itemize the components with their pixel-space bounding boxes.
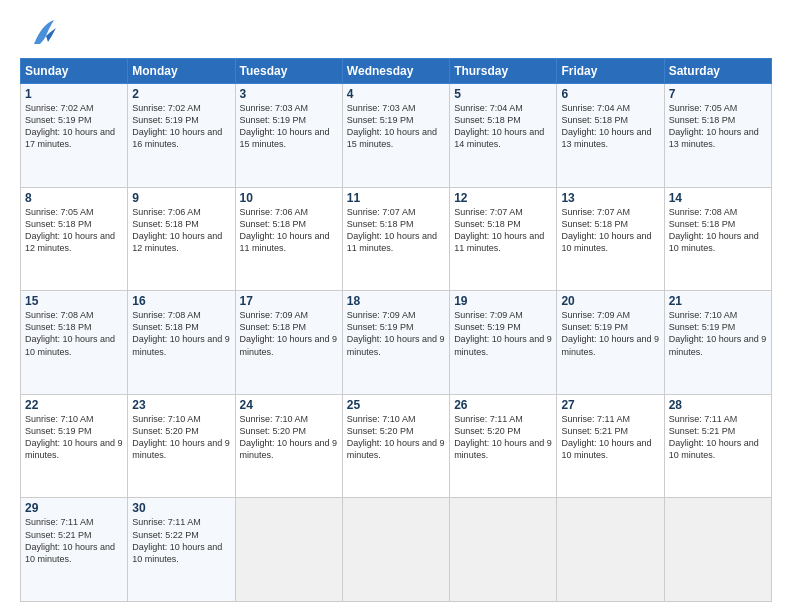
day-number: 24 [240, 398, 338, 412]
table-row: 3 Sunrise: 7:03 AM Sunset: 5:19 PM Dayli… [235, 84, 342, 188]
day-number: 26 [454, 398, 552, 412]
day-detail: Sunrise: 7:04 AM Sunset: 5:18 PM Dayligh… [454, 102, 552, 151]
day-detail: Sunrise: 7:08 AM Sunset: 5:18 PM Dayligh… [669, 206, 767, 255]
day-detail: Sunrise: 7:07 AM Sunset: 5:18 PM Dayligh… [454, 206, 552, 255]
day-detail: Sunrise: 7:11 AM Sunset: 5:22 PM Dayligh… [132, 516, 230, 565]
day-number: 19 [454, 294, 552, 308]
day-number: 30 [132, 501, 230, 515]
day-number: 1 [25, 87, 123, 101]
table-row [342, 498, 449, 602]
table-row: 1 Sunrise: 7:02 AM Sunset: 5:19 PM Dayli… [21, 84, 128, 188]
day-detail: Sunrise: 7:11 AM Sunset: 5:21 PM Dayligh… [25, 516, 123, 565]
day-number: 23 [132, 398, 230, 412]
table-row: 18 Sunrise: 7:09 AM Sunset: 5:19 PM Dayl… [342, 291, 449, 395]
table-row: 25 Sunrise: 7:10 AM Sunset: 5:20 PM Dayl… [342, 394, 449, 498]
table-row: 17 Sunrise: 7:09 AM Sunset: 5:18 PM Dayl… [235, 291, 342, 395]
table-row: 20 Sunrise: 7:09 AM Sunset: 5:19 PM Dayl… [557, 291, 664, 395]
table-row: 7 Sunrise: 7:05 AM Sunset: 5:18 PM Dayli… [664, 84, 771, 188]
day-detail: Sunrise: 7:10 AM Sunset: 5:20 PM Dayligh… [347, 413, 445, 462]
table-row: 27 Sunrise: 7:11 AM Sunset: 5:21 PM Dayl… [557, 394, 664, 498]
day-number: 15 [25, 294, 123, 308]
day-number: 28 [669, 398, 767, 412]
day-detail: Sunrise: 7:07 AM Sunset: 5:18 PM Dayligh… [347, 206, 445, 255]
day-number: 10 [240, 191, 338, 205]
day-detail: Sunrise: 7:07 AM Sunset: 5:18 PM Dayligh… [561, 206, 659, 255]
table-row: 4 Sunrise: 7:03 AM Sunset: 5:19 PM Dayli… [342, 84, 449, 188]
table-row: 19 Sunrise: 7:09 AM Sunset: 5:19 PM Dayl… [450, 291, 557, 395]
calendar-week-row: 1 Sunrise: 7:02 AM Sunset: 5:19 PM Dayli… [21, 84, 772, 188]
table-row: 9 Sunrise: 7:06 AM Sunset: 5:18 PM Dayli… [128, 187, 235, 291]
table-row: 6 Sunrise: 7:04 AM Sunset: 5:18 PM Dayli… [557, 84, 664, 188]
day-detail: Sunrise: 7:02 AM Sunset: 5:19 PM Dayligh… [25, 102, 123, 151]
day-number: 20 [561, 294, 659, 308]
logo [20, 16, 58, 52]
header [20, 16, 772, 52]
day-detail: Sunrise: 7:10 AM Sunset: 5:20 PM Dayligh… [240, 413, 338, 462]
day-detail: Sunrise: 7:06 AM Sunset: 5:18 PM Dayligh… [240, 206, 338, 255]
table-row: 26 Sunrise: 7:11 AM Sunset: 5:20 PM Dayl… [450, 394, 557, 498]
day-detail: Sunrise: 7:11 AM Sunset: 5:21 PM Dayligh… [669, 413, 767, 462]
day-number: 9 [132, 191, 230, 205]
day-number: 8 [25, 191, 123, 205]
page: Sunday Monday Tuesday Wednesday Thursday… [0, 0, 792, 612]
table-row: 15 Sunrise: 7:08 AM Sunset: 5:18 PM Dayl… [21, 291, 128, 395]
table-row: 14 Sunrise: 7:08 AM Sunset: 5:18 PM Dayl… [664, 187, 771, 291]
table-row: 2 Sunrise: 7:02 AM Sunset: 5:19 PM Dayli… [128, 84, 235, 188]
table-row [557, 498, 664, 602]
day-detail: Sunrise: 7:06 AM Sunset: 5:18 PM Dayligh… [132, 206, 230, 255]
day-detail: Sunrise: 7:08 AM Sunset: 5:18 PM Dayligh… [132, 309, 230, 358]
calendar-header-row: Sunday Monday Tuesday Wednesday Thursday… [21, 59, 772, 84]
day-number: 12 [454, 191, 552, 205]
day-number: 27 [561, 398, 659, 412]
day-detail: Sunrise: 7:08 AM Sunset: 5:18 PM Dayligh… [25, 309, 123, 358]
table-row: 28 Sunrise: 7:11 AM Sunset: 5:21 PM Dayl… [664, 394, 771, 498]
day-number: 29 [25, 501, 123, 515]
day-number: 7 [669, 87, 767, 101]
table-row: 24 Sunrise: 7:10 AM Sunset: 5:20 PM Dayl… [235, 394, 342, 498]
col-wednesday: Wednesday [342, 59, 449, 84]
col-saturday: Saturday [664, 59, 771, 84]
day-detail: Sunrise: 7:10 AM Sunset: 5:20 PM Dayligh… [132, 413, 230, 462]
day-detail: Sunrise: 7:10 AM Sunset: 5:19 PM Dayligh… [25, 413, 123, 462]
day-number: 16 [132, 294, 230, 308]
table-row [664, 498, 771, 602]
day-number: 13 [561, 191, 659, 205]
table-row [450, 498, 557, 602]
table-row: 11 Sunrise: 7:07 AM Sunset: 5:18 PM Dayl… [342, 187, 449, 291]
day-detail: Sunrise: 7:03 AM Sunset: 5:19 PM Dayligh… [240, 102, 338, 151]
table-row: 29 Sunrise: 7:11 AM Sunset: 5:21 PM Dayl… [21, 498, 128, 602]
table-row: 5 Sunrise: 7:04 AM Sunset: 5:18 PM Dayli… [450, 84, 557, 188]
table-row: 13 Sunrise: 7:07 AM Sunset: 5:18 PM Dayl… [557, 187, 664, 291]
day-number: 14 [669, 191, 767, 205]
table-row: 23 Sunrise: 7:10 AM Sunset: 5:20 PM Dayl… [128, 394, 235, 498]
day-detail: Sunrise: 7:05 AM Sunset: 5:18 PM Dayligh… [669, 102, 767, 151]
col-tuesday: Tuesday [235, 59, 342, 84]
day-number: 11 [347, 191, 445, 205]
day-detail: Sunrise: 7:03 AM Sunset: 5:19 PM Dayligh… [347, 102, 445, 151]
logo-bird-icon [26, 16, 58, 52]
day-detail: Sunrise: 7:09 AM Sunset: 5:18 PM Dayligh… [240, 309, 338, 358]
table-row: 8 Sunrise: 7:05 AM Sunset: 5:18 PM Dayli… [21, 187, 128, 291]
day-detail: Sunrise: 7:10 AM Sunset: 5:19 PM Dayligh… [669, 309, 767, 358]
table-row: 21 Sunrise: 7:10 AM Sunset: 5:19 PM Dayl… [664, 291, 771, 395]
day-detail: Sunrise: 7:11 AM Sunset: 5:20 PM Dayligh… [454, 413, 552, 462]
table-row [235, 498, 342, 602]
day-number: 18 [347, 294, 445, 308]
col-thursday: Thursday [450, 59, 557, 84]
day-number: 25 [347, 398, 445, 412]
day-number: 4 [347, 87, 445, 101]
day-number: 21 [669, 294, 767, 308]
calendar-week-row: 15 Sunrise: 7:08 AM Sunset: 5:18 PM Dayl… [21, 291, 772, 395]
table-row: 12 Sunrise: 7:07 AM Sunset: 5:18 PM Dayl… [450, 187, 557, 291]
day-detail: Sunrise: 7:09 AM Sunset: 5:19 PM Dayligh… [347, 309, 445, 358]
day-detail: Sunrise: 7:04 AM Sunset: 5:18 PM Dayligh… [561, 102, 659, 151]
calendar-week-row: 29 Sunrise: 7:11 AM Sunset: 5:21 PM Dayl… [21, 498, 772, 602]
col-friday: Friday [557, 59, 664, 84]
day-number: 17 [240, 294, 338, 308]
day-detail: Sunrise: 7:05 AM Sunset: 5:18 PM Dayligh… [25, 206, 123, 255]
col-monday: Monday [128, 59, 235, 84]
day-detail: Sunrise: 7:11 AM Sunset: 5:21 PM Dayligh… [561, 413, 659, 462]
table-row: 16 Sunrise: 7:08 AM Sunset: 5:18 PM Dayl… [128, 291, 235, 395]
day-detail: Sunrise: 7:02 AM Sunset: 5:19 PM Dayligh… [132, 102, 230, 151]
day-number: 22 [25, 398, 123, 412]
